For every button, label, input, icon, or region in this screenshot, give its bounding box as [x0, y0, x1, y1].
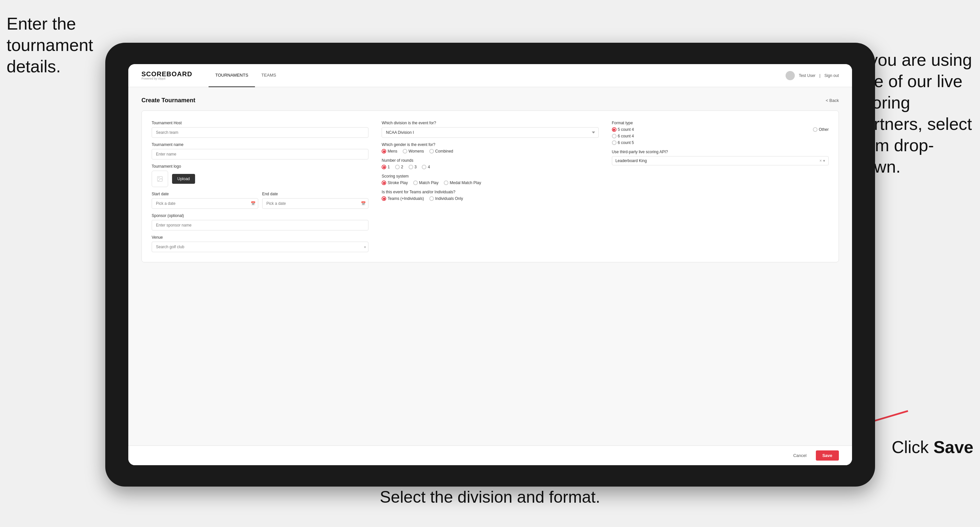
start-date-input[interactable] — [152, 198, 258, 209]
venue-select-wrapper: ▾ — [152, 242, 368, 252]
rounds-1[interactable]: 1 — [382, 165, 390, 169]
scoring-medal[interactable]: Medal Match Play — [444, 181, 481, 185]
gender-label: Which gender is the event for? — [382, 142, 598, 147]
teams-plus-individuals[interactable]: Teams (+Individuals) — [382, 196, 424, 201]
logo-area: SCOREBOARD Powered by clippit — [142, 71, 192, 80]
avatar — [786, 71, 795, 80]
rounds-4[interactable]: 4 — [422, 165, 430, 169]
page-header: Create Tournament < Back — [142, 97, 839, 104]
tournament-name-group: Tournament name — [152, 142, 368, 159]
division-select[interactable]: NCAA Division I — [382, 127, 598, 138]
svg-point-5 — [159, 178, 159, 178]
save-button[interactable]: Save — [816, 451, 839, 460]
rounds-2[interactable]: 2 — [395, 165, 403, 169]
format-6count4-circle — [612, 134, 616, 138]
live-scoring-controls[interactable]: × ▾ — [819, 159, 825, 163]
logo-text: SCOREBOARD — [142, 71, 192, 77]
start-date-label: Start date — [152, 192, 258, 196]
tablet-screen: SCOREBOARD Powered by clippit TOURNAMENT… — [128, 64, 852, 465]
format-6count4[interactable]: 6 count 4 — [612, 134, 634, 138]
logo-placeholder — [152, 171, 168, 187]
format-type-label: Format type — [612, 121, 829, 125]
format-5count4-circle — [612, 127, 616, 132]
logo-upload-area: Upload — [152, 171, 368, 187]
sponsor-label: Sponsor (optional) — [152, 213, 368, 218]
page-title: Create Tournament — [142, 97, 196, 104]
bottom-bar: Cancel Save — [128, 446, 852, 465]
nav-tab-teams[interactable]: TEAMS — [255, 64, 283, 87]
tournament-name-input[interactable] — [152, 149, 368, 159]
scoring-stroke[interactable]: Stroke Play — [382, 181, 407, 185]
rounds-4-circle — [422, 165, 426, 169]
division-group: Which division is the event for? NCAA Di… — [382, 121, 598, 138]
sign-out-link[interactable]: Sign out — [824, 73, 839, 78]
division-label: Which division is the event for? — [382, 121, 598, 125]
end-date-group: End date 📅 — [262, 192, 369, 209]
teams-plus-circle — [382, 196, 386, 201]
annotation-top-left: Enter the tournament details. — [6, 13, 99, 77]
end-date-input[interactable] — [262, 198, 369, 209]
scoring-radio-group: Stroke Play Match Play Medal Match Play — [382, 181, 598, 185]
teams-individuals-circle — [429, 196, 434, 201]
tournament-logo-label: Tournament logo — [152, 164, 368, 169]
gender-mens[interactable]: Mens — [382, 149, 397, 154]
upload-button[interactable]: Upload — [172, 174, 195, 184]
teams-radio-group: Teams (+Individuals) Individuals Only — [382, 196, 598, 201]
live-scoring-input-wrapper: Leaderboard King × ▾ — [612, 156, 829, 165]
scoring-match[interactable]: Match Play — [413, 181, 439, 185]
rounds-3-circle — [409, 165, 413, 169]
nav-left: SCOREBOARD Powered by clippit TOURNAMENT… — [142, 64, 283, 87]
sponsor-input[interactable] — [152, 220, 368, 230]
back-button[interactable]: < Back — [826, 98, 839, 103]
nav-tabs: TOURNAMENTS TEAMS — [208, 64, 283, 87]
format-other-circle — [813, 127, 818, 132]
live-scoring-value: Leaderboard King — [616, 159, 647, 163]
tournament-host-input[interactable] — [152, 127, 368, 138]
nav-right: Test User | Sign out — [786, 71, 839, 80]
rounds-1-circle — [382, 165, 386, 169]
user-name: Test User — [799, 73, 816, 78]
format-5count4[interactable]: 5 count 4 — [612, 127, 634, 132]
annotation-bottom-center: Select the division and format. — [380, 487, 600, 508]
gender-combined-circle — [429, 149, 434, 154]
dates-row: Start date 📅 End date — [152, 192, 368, 209]
gender-combined[interactable]: Combined — [429, 149, 453, 154]
scoring-label: Scoring system — [382, 174, 598, 178]
form-card: Tournament Host Tournament name Tourname… — [142, 111, 839, 262]
venue-input[interactable] — [152, 242, 368, 252]
nav-tab-tournaments[interactable]: TOURNAMENTS — [208, 64, 255, 87]
tournament-host-label: Tournament Host — [152, 121, 368, 125]
gender-womens[interactable]: Womens — [402, 149, 424, 154]
scoring-medal-circle — [444, 181, 449, 185]
scoring-group: Scoring system Stroke Play Match Play — [382, 174, 598, 185]
right-column: Format type 5 count 4 6 count — [612, 121, 829, 252]
division-select-wrapper: NCAA Division I — [382, 127, 598, 138]
live-scoring-group: Use third-party live scoring API? Leader… — [612, 149, 829, 165]
teams-individuals-only[interactable]: Individuals Only — [429, 196, 463, 201]
dates-group: Start date 📅 End date — [152, 192, 368, 209]
live-scoring-clear-icon[interactable]: × — [819, 159, 822, 163]
gender-mens-circle — [382, 149, 386, 154]
end-date-wrapper: 📅 — [262, 198, 369, 209]
sponsor-group: Sponsor (optional) — [152, 213, 368, 230]
format-right-col: Other — [813, 127, 829, 132]
end-date-label: End date — [262, 192, 369, 196]
logo-sub: Powered by clippit — [142, 77, 192, 80]
separator: | — [819, 73, 821, 78]
format-type-row: 5 count 4 6 count 4 6 count 5 — [612, 127, 829, 145]
rounds-2-circle — [395, 165, 400, 169]
format-6count5-circle — [612, 140, 616, 145]
rounds-3[interactable]: 3 — [409, 165, 417, 169]
live-scoring-dropdown-icon[interactable]: ▾ — [823, 159, 825, 163]
format-type-group: Format type 5 count 4 6 count — [612, 121, 829, 145]
cancel-button[interactable]: Cancel — [788, 451, 811, 460]
top-nav: SCOREBOARD Powered by clippit TOURNAMENT… — [128, 64, 852, 87]
start-date-group: Start date 📅 — [152, 192, 258, 209]
format-left-col: 5 count 4 6 count 4 6 count 5 — [612, 127, 634, 145]
format-6count5[interactable]: 6 count 5 — [612, 140, 634, 145]
annotation-bottom-right: Click Save — [891, 437, 974, 458]
format-other[interactable]: Other — [813, 127, 829, 132]
tournament-name-label: Tournament name — [152, 142, 368, 147]
gender-group: Which gender is the event for? Mens Wome… — [382, 142, 598, 154]
tournament-logo-group: Tournament logo Upload — [152, 164, 368, 187]
